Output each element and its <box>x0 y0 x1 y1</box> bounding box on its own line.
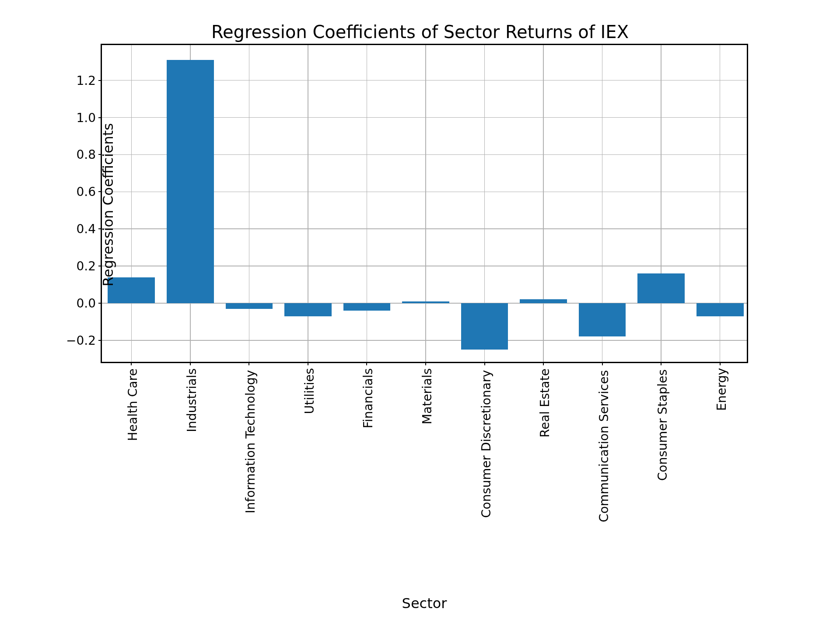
x-tick-label: Energy <box>714 368 729 411</box>
x-tick-label: Communication Services <box>596 370 611 522</box>
x-tick-mark <box>308 362 308 365</box>
bar <box>461 303 508 350</box>
x-tick-mark <box>720 362 721 365</box>
x-tick-mark <box>602 362 603 365</box>
y-tick-mark <box>98 80 102 81</box>
bar <box>343 303 391 311</box>
x-tick-label: Consumer Staples <box>655 369 670 481</box>
figure: Regression Coefficients of Sector Return… <box>0 0 840 630</box>
bar <box>167 60 214 303</box>
y-tick-mark <box>98 117 102 118</box>
x-tick-mark <box>484 362 485 365</box>
x-tick-label: Utilities <box>302 368 317 414</box>
y-tick-label: 0.6 <box>76 185 96 199</box>
bar <box>402 301 449 303</box>
bar <box>637 273 685 303</box>
y-tick-label: 0.2 <box>76 259 96 273</box>
x-tick-mark <box>131 362 132 365</box>
x-tick-label: Information Technology <box>243 370 258 514</box>
y-tick-mark <box>98 340 102 341</box>
x-tick-mark <box>248 362 249 365</box>
y-tick-label: 0.8 <box>76 147 96 162</box>
chart-title: Regression Coefficients of Sector Return… <box>0 22 840 42</box>
bar <box>284 303 332 316</box>
x-tick-mark <box>425 362 426 365</box>
x-tick-label: Consumer Discretionary <box>479 370 493 518</box>
bar <box>226 303 273 309</box>
gridline-vertical <box>131 45 132 362</box>
x-tick-label: Industrials <box>185 368 199 432</box>
x-axis-label: Sector <box>101 595 748 612</box>
y-axis-label: Regression Coefficients <box>100 123 116 286</box>
x-tick-label: Real Estate <box>538 368 552 438</box>
x-tick-mark <box>661 362 662 365</box>
y-tick-label: 0.4 <box>76 222 96 236</box>
y-tick-label: 1.2 <box>76 73 96 88</box>
y-tick-label: 0.0 <box>76 296 96 310</box>
y-tick-label: −0.2 <box>66 333 96 347</box>
gridline-vertical <box>249 45 250 362</box>
bar <box>579 303 626 336</box>
x-tick-label: Materials <box>420 368 434 424</box>
y-tick-label: 1.0 <box>76 110 96 125</box>
x-tick-mark <box>190 362 191 365</box>
gridline-vertical <box>367 45 368 362</box>
gridline-horizontal <box>102 340 747 341</box>
x-tick-mark <box>543 362 544 365</box>
bar <box>696 303 744 316</box>
x-tick-label: Health Care <box>126 368 140 441</box>
gridline-vertical <box>661 45 662 362</box>
bar <box>520 299 567 303</box>
y-tick-mark <box>98 303 102 304</box>
gridline-vertical <box>425 45 426 362</box>
plot-area: −0.20.00.20.40.60.81.01.2Health CareIndu… <box>101 44 748 363</box>
gridline-vertical <box>543 45 544 362</box>
x-tick-mark <box>366 362 367 365</box>
x-tick-label: Financials <box>361 368 375 428</box>
